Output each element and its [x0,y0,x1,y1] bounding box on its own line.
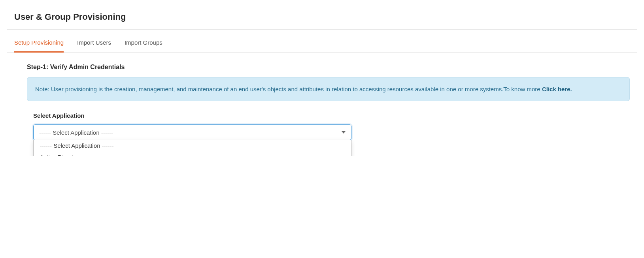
select-value: ------ Select Application ------ [39,129,113,136]
note-link[interactable]: Click here. [542,86,572,92]
content-area: Step-1: Verify Admin Credentials Note: U… [7,53,637,140]
tab-setup-provisioning[interactable]: Setup Provisioning [14,39,64,53]
select-application-dropdown: ------ Select Application ------ Active … [33,140,351,156]
tab-import-users[interactable]: Import Users [77,39,111,53]
form-area: Select Application ------ Select Applica… [27,112,630,140]
chevron-down-icon [342,131,346,134]
page-root: User & Group Provisioning Setup Provisio… [0,0,644,156]
option-placeholder[interactable]: ------ Select Application ------ [34,140,351,152]
page-title: User & Group Provisioning [7,8,637,30]
option-active-directory[interactable]: Active Directory [34,152,351,156]
step-title: Step-1: Verify Admin Credentials [27,64,630,71]
info-note: Note: User provisioning is the creation,… [27,77,630,101]
tab-import-groups[interactable]: Import Groups [125,39,162,53]
select-application-wrap: ------ Select Application ------ ------ … [33,124,351,140]
select-application[interactable]: ------ Select Application ------ [33,124,351,140]
tabs-bar: Setup Provisioning Import Users Import G… [7,32,637,53]
field-label: Select Application [33,112,630,119]
note-text: Note: User provisioning is the creation,… [35,86,542,92]
